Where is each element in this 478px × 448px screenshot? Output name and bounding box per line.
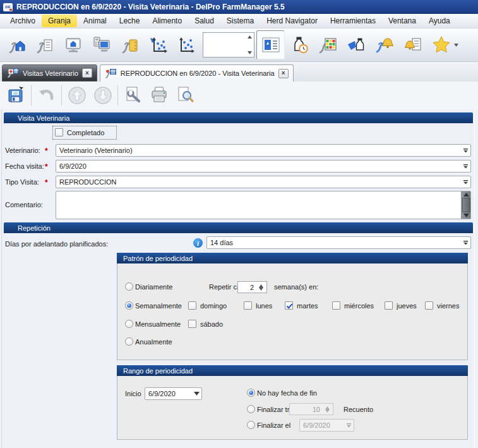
chart-button[interactable] [172,30,201,59]
inicio-label: Inicio [125,390,141,397]
dropdown-icon[interactable] [463,148,469,153]
save-button[interactable] [3,83,29,107]
rango-periodicidad-panel: Rango de periodicidad Inicio 6/9/2020 No… [117,365,468,440]
dias-adelantado-select[interactable]: 14 días [206,236,471,249]
undo-icon [37,85,57,106]
favorites-star-icon [431,35,452,55]
alarm-report-button[interactable] [398,30,427,59]
tab-visitas-veterinario[interactable]: Visitas Veterinario × [2,64,97,82]
completado-label[interactable]: Completado [67,129,104,136]
inicio-date-select[interactable]: 6/9/2020 [145,387,202,400]
diariamente-label[interactable]: Diariamente [135,283,172,291]
animal-report-button[interactable] [30,30,59,59]
farm-home-button[interactable] [2,30,30,59]
animal-card-button[interactable] [116,30,144,59]
miercoles-label[interactable]: miércoles [344,302,374,310]
mensualmente-label[interactable]: Mensualmente [135,320,181,328]
milking-button[interactable] [342,30,370,59]
viernes-checkbox[interactable] [425,301,433,310]
dropdown-icon[interactable] [194,392,200,396]
dropdown-icon[interactable] [463,240,469,245]
menu-animal[interactable]: Animal [77,15,113,27]
menu-alimento[interactable]: Alimento [146,15,188,27]
finalizar-tras-radio[interactable] [247,405,255,413]
no-fecha-fin-radio[interactable] [247,389,255,397]
mensualmente-radio[interactable] [125,320,133,328]
info-icon[interactable]: i [193,238,203,248]
semanalmente-radio[interactable] [125,301,133,310]
alarm-cow-button[interactable] [370,30,398,59]
spinner-down-icon [325,409,330,413]
semanalmente-label[interactable]: Semanalmente [135,302,182,310]
cow-report-icon [34,35,56,55]
pushpin-list-icon [261,35,281,54]
toolbar-separator [117,85,118,106]
martes-checkbox[interactable] [285,301,293,310]
scrollbar-thumb[interactable] [462,198,470,212]
settings-button[interactable] [120,83,146,107]
veterinario-select[interactable]: Veterinario (Veterinario) [56,144,471,157]
cow-milk-icon [345,35,367,55]
lunes-checkbox[interactable] [244,301,252,310]
tab-close-button[interactable]: × [278,69,289,78]
save-icon [6,85,27,106]
miercoles-checkbox[interactable] [332,301,340,310]
animal-number-spinner[interactable] [203,32,254,58]
completado-checkbox[interactable] [55,128,63,136]
tab-label: Visitas Veterinario [23,70,78,77]
milking-schedule-button[interactable] [285,30,313,59]
recuento-spinner: 10 [289,403,333,415]
viernes-label[interactable]: viernes [437,302,459,310]
domingo-checkbox[interactable] [188,301,196,310]
analysis-chart-button[interactable] [144,30,172,59]
menu-archivo[interactable]: Archivo [4,15,42,27]
domingo-label[interactable]: domingo [200,302,227,310]
tab-close-button[interactable]: × [82,68,92,78]
finalizar-el-radio[interactable] [247,421,255,429]
preview-button[interactable] [172,83,198,107]
intervalo-spinner[interactable]: 2 [237,281,267,293]
semanas-en-label: semana(s) en: [274,283,318,291]
martes-label[interactable]: martes [297,302,318,310]
spinner-up-icon [248,35,252,39]
dropdown-icon[interactable] [463,164,469,169]
favorites-button[interactable] [427,30,462,59]
section-header-visita-veterinaria: Visita Veterinaria [4,112,473,123]
no-fecha-fin-label[interactable]: No hay fecha de fin [257,389,317,397]
comentario-input[interactable] [56,191,471,219]
devices-button[interactable] [87,30,116,59]
finalizar-el-label[interactable]: Finalizar el [257,421,290,429]
menu-leche[interactable]: Leche [113,15,146,27]
print-button[interactable] [146,83,172,107]
jueves-checkbox[interactable] [385,301,393,310]
fecha-visita-label: Fecha visita: [5,162,44,170]
menu-ayuda[interactable]: Ayuda [422,15,457,27]
tab-reproduccion[interactable]: REPRODUCCION en 6/9/2020 - Visita Veteri… [100,64,294,82]
toolbar-separator [31,85,32,106]
fecha-visita-select[interactable]: 6/9/2020 [56,160,471,173]
arrow-up-circle-icon [67,85,87,106]
farm-monitor-button[interactable] [59,30,87,59]
move-down-button [90,83,116,107]
menu-ventana[interactable]: Ventana [382,15,422,27]
lunes-label[interactable]: lunes [256,302,272,310]
tab-bar: Visitas Veterinario × REPRODUCCION en 6/… [0,62,478,82]
anualmente-label[interactable]: Anualmente [135,338,172,346]
sabado-label[interactable]: sábado [200,320,223,328]
anualmente-radio[interactable] [125,337,133,346]
sabado-checkbox[interactable] [188,320,196,328]
tipo-visita-select[interactable]: REPRODUCCION [56,176,471,188]
comentario-scrollbar[interactable] [461,191,470,219]
menu-sistema[interactable]: Sistema [220,15,260,27]
spinner-down-icon[interactable] [259,288,263,291]
jueves-label[interactable]: jueves [397,302,417,310]
dropdown-icon[interactable] [463,179,469,185]
diariamente-radio[interactable] [125,282,133,291]
herd-calendar-button[interactable] [313,30,342,59]
menu-herd-navigator[interactable]: Herd Navigator [260,15,324,27]
content-right-edge [474,109,475,448]
report-view-toggle[interactable] [256,30,285,59]
menu-salud[interactable]: Salud [188,15,220,27]
menu-granja[interactable]: Granja [42,15,77,27]
menu-herramientas[interactable]: Herramientas [324,15,382,27]
